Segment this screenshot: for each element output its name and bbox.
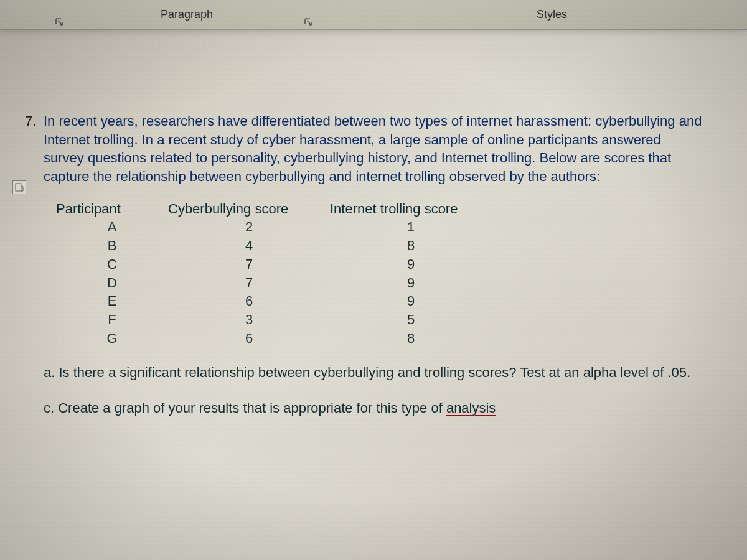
table-cell: 6 bbox=[168, 329, 330, 348]
comment-marker-icon[interactable] bbox=[12, 180, 26, 194]
col-header-trolling: Internet trolling score bbox=[330, 200, 492, 218]
table-cell: F bbox=[56, 310, 168, 329]
sub-question-a: a. Is there a significant relationship b… bbox=[44, 363, 703, 383]
table-cell: E bbox=[56, 292, 168, 310]
table-cell: 2 bbox=[168, 218, 330, 236]
table-row: B48 bbox=[56, 236, 703, 255]
table-cell: G bbox=[56, 329, 168, 348]
table-cell: 9 bbox=[330, 292, 492, 310]
question-7: 7. In recent years, researchers have dif… bbox=[44, 112, 703, 186]
document-area: 7. In recent years, researchers have dif… bbox=[0, 37, 747, 560]
table-body: A21B48C79D79E69F35G68 bbox=[56, 218, 703, 347]
col-header-cyberbullying: Cyberbullying score bbox=[168, 200, 330, 218]
ribbon-divider bbox=[293, 0, 293, 29]
sub-question-c: c. Create a graph of your results that i… bbox=[44, 399, 703, 418]
table-cell: 7 bbox=[168, 274, 330, 292]
table-row: C79 bbox=[56, 255, 703, 274]
scores-table: Participant Cyberbullying score Internet… bbox=[56, 200, 703, 348]
spellcheck-underlined-word[interactable]: analysis bbox=[446, 400, 496, 416]
table-cell: D bbox=[56, 274, 168, 292]
ribbon-group-styles: Styles bbox=[537, 8, 567, 21]
sub-c-prefix: c. Create a graph of your results that i… bbox=[44, 400, 446, 416]
ribbon-group-paragraph: Paragraph bbox=[161, 8, 213, 21]
table-cell: 8 bbox=[330, 329, 492, 348]
ribbon-divider bbox=[44, 0, 44, 29]
table-cell: 8 bbox=[330, 236, 492, 255]
table-header-row: Participant Cyberbullying score Internet… bbox=[56, 200, 703, 218]
table-cell: 1 bbox=[330, 218, 492, 236]
table-cell: 7 bbox=[168, 255, 330, 274]
table-cell: 9 bbox=[330, 274, 492, 292]
dialog-launcher-icon[interactable] bbox=[304, 17, 312, 26]
table-cell: B bbox=[56, 236, 168, 255]
question-number: 7. bbox=[25, 112, 36, 131]
table-row: A21 bbox=[56, 218, 703, 236]
table-row: G68 bbox=[56, 329, 703, 348]
table-cell: 6 bbox=[168, 292, 330, 310]
table-cell: 3 bbox=[168, 310, 330, 329]
col-header-participant: Participant bbox=[56, 200, 168, 218]
table-cell: 9 bbox=[330, 255, 492, 274]
table-cell: C bbox=[56, 255, 168, 274]
table-row: D79 bbox=[56, 274, 703, 292]
svg-rect-0 bbox=[16, 184, 21, 191]
table-cell: 4 bbox=[168, 236, 330, 255]
page-content: 7. In recent years, researchers have dif… bbox=[25, 75, 722, 443]
question-text: In recent years, researchers have differ… bbox=[44, 112, 703, 186]
dialog-launcher-icon[interactable] bbox=[55, 17, 63, 26]
ribbon-toolbar: Paragraph Styles bbox=[0, 0, 747, 30]
table-row: E69 bbox=[56, 292, 703, 310]
table-cell: 5 bbox=[330, 310, 492, 329]
table-row: F35 bbox=[56, 310, 703, 329]
table-cell: A bbox=[56, 218, 168, 236]
